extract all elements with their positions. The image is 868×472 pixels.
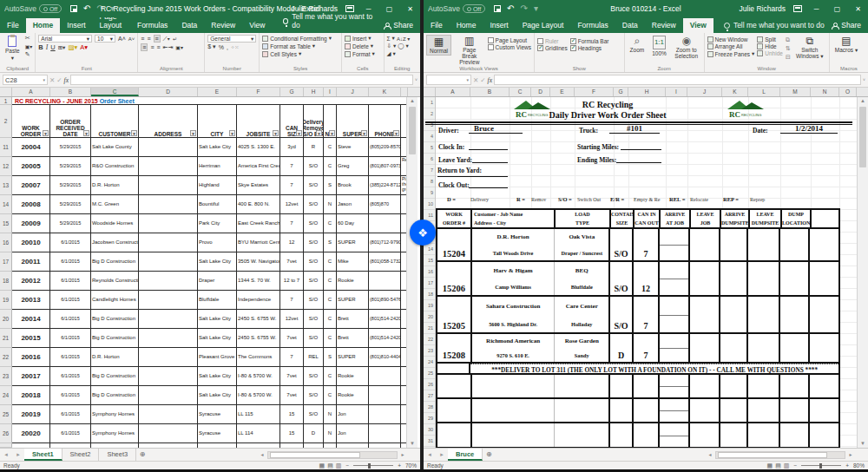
cut-icon[interactable]: ✂: [25, 35, 33, 42]
right-vertical-scrollbar[interactable]: ▲ ▼: [857, 97, 868, 448]
empty-entry-row[interactable]: [437, 399, 838, 423]
save-icon[interactable]: [70, 5, 77, 12]
normal-view-icon[interactable]: ▦: [319, 462, 326, 469]
filter-dropdown-icon[interactable]: ▾: [83, 130, 89, 136]
wo-arrive-dumpsite[interactable]: [748, 334, 780, 362]
ribbon-tab-review[interactable]: Review: [645, 18, 683, 33]
font-size-combo[interactable]: 10▾: [95, 35, 115, 43]
show-option-ruler[interactable]: Ruler: [537, 38, 568, 44]
row-header-15[interactable]: 15: [0, 214, 12, 233]
row-header-1[interactable]: 1: [0, 97, 12, 105]
right-column-headers[interactable]: ABCDEFGHIJKLMNO: [424, 88, 868, 97]
sheet-tab-sheet3[interactable]: Sheet3: [99, 449, 136, 461]
wo-leave-dumpsite[interactable]: [780, 262, 810, 295]
page-break-view-icon[interactable]: ▥: [336, 462, 342, 469]
wo-dump-location[interactable]: [810, 334, 838, 362]
filter-dropdown-icon[interactable]: ▾: [296, 130, 302, 136]
right-zoom-in-icon[interactable]: +: [845, 462, 849, 469]
align-bottom-icon[interactable]: ≡: [154, 35, 161, 43]
align-center-icon[interactable]: ≡: [150, 44, 154, 50]
right-close-button[interactable]: ✕: [852, 5, 865, 13]
clock-out-field[interactable]: [469, 179, 508, 188]
left-vertical-scrollbar[interactable]: ▲ ▼: [406, 97, 418, 448]
left-hscroll-thumb[interactable]: [270, 452, 360, 458]
row-header-21[interactable]: 21: [0, 329, 12, 348]
table-row[interactable]: 20200146/1/2015Big D ConstructionSalt La…: [0, 310, 408, 329]
zoom-100-button[interactable]: 1:1 100%: [649, 35, 669, 57]
column-header-B[interactable]: B: [50, 88, 91, 96]
column-header-G[interactable]: G: [280, 88, 304, 96]
name-box[interactable]: C28▾: [3, 75, 48, 85]
reset-window-position-icon[interactable]: ⊟: [786, 54, 791, 61]
column-header-D[interactable]: D: [139, 88, 198, 96]
column-filter-header[interactable]: CAN SIZ▾: [280, 105, 304, 138]
wo-arrive-dumpsite[interactable]: [748, 229, 780, 260]
merge-center-icon[interactable]: ▣▾: [175, 44, 183, 50]
page-layout-view-button[interactable]: Page Layout: [488, 37, 531, 43]
right-select-all-corner[interactable]: [424, 88, 436, 96]
ribbon-tab-home[interactable]: Home: [450, 18, 483, 33]
right-formula-input[interactable]: [494, 75, 861, 85]
column-header-L[interactable]: [401, 88, 408, 96]
wo-arrive-at-job[interactable]: [690, 229, 720, 260]
ribbon-tab-insert[interactable]: Insert: [483, 18, 515, 33]
conditional-formatting-button[interactable]: Conditional Formatting▾: [262, 35, 332, 42]
wo-entry-row-15204[interactable]: 15204D.R. HortonTall Woods DriveOak Vist…: [437, 229, 838, 262]
page-layout-view-icon[interactable]: ▤: [327, 462, 333, 469]
filter-dropdown-icon[interactable]: ▾: [190, 130, 196, 136]
column-filter-header[interactable]: WORK ORDER▾: [12, 105, 50, 138]
format-painter-icon[interactable]: ✎: [25, 51, 33, 58]
left-sheet-area[interactable]: 1RC RECYCLING - JUNE 2015 Order Sheet2WO…: [0, 97, 420, 448]
row-header-24[interactable]: 24: [0, 386, 12, 405]
insert-function-icon[interactable]: fx: [64, 76, 69, 84]
right-column-header-E[interactable]: E: [550, 88, 575, 96]
wo-leave-job[interactable]: [720, 297, 749, 332]
ribbon-tab-review[interactable]: Review: [204, 18, 242, 33]
row-header-13[interactable]: 13: [0, 176, 12, 195]
delete-cells-button[interactable]: Delete▾: [345, 43, 375, 49]
right-sheet-area[interactable]: 1234567891011121314151617181920212223242…: [424, 97, 868, 448]
column-filter-header[interactable]: PHONE▾: [369, 105, 401, 138]
percent-style-icon[interactable]: %: [219, 44, 224, 50]
redo-icon[interactable]: ↷: [96, 4, 103, 13]
comma-style-icon[interactable]: ,: [227, 44, 228, 50]
borders-icon[interactable]: ⊞▾: [58, 44, 66, 51]
table-row[interactable]: 12200055/29/2015R&O ConstructionHerriman…: [0, 157, 408, 176]
switch-windows-button[interactable]: ⧉ Switch Windows ▾: [793, 35, 826, 61]
ribbon-tab-formulas[interactable]: Formulas: [130, 18, 174, 33]
align-middle-icon[interactable]: ≡: [147, 36, 150, 42]
wo-leave-job[interactable]: [720, 334, 749, 362]
column-header-F[interactable]: F: [237, 88, 280, 96]
ribbon-tab-data[interactable]: Data: [615, 18, 645, 33]
wo-arrive-dumpsite[interactable]: [748, 262, 780, 295]
filter-dropdown-icon[interactable]: ▾: [393, 130, 399, 136]
right-column-header-D[interactable]: D: [531, 88, 550, 96]
zoom-to-selection-button[interactable]: ◉ Zoom to Selection: [672, 35, 701, 60]
left-user-name[interactable]: Julie Richards: [292, 4, 338, 13]
ribbon-display-options-icon[interactable]: [345, 5, 354, 12]
right-hscroll-left-icon[interactable]: ◂: [705, 449, 715, 461]
row-header-2[interactable]: 2: [0, 105, 12, 138]
right-scroll-down-icon[interactable]: ▼: [858, 440, 868, 448]
hide-button[interactable]: Hide: [757, 43, 783, 49]
filter-dropdown-icon[interactable]: ▾: [316, 130, 322, 136]
right-scroll-up-icon[interactable]: ▲: [858, 97, 868, 105]
row-header-16[interactable]: 16: [0, 233, 12, 252]
right-column-header-O[interactable]: O: [839, 88, 857, 96]
right-page-layout-view-icon[interactable]: ▤: [775, 462, 781, 469]
right-column-header-H[interactable]: H: [628, 88, 666, 96]
left-zoom-level[interactable]: 70%: [405, 462, 417, 469]
font-color-icon[interactable]: A▾: [80, 43, 88, 51]
quick-access-more-icon[interactable]: ▾: [110, 4, 115, 13]
table-row[interactable]: 24200186/1/2015Big D ConstructionSalt La…: [0, 386, 408, 405]
align-top-icon[interactable]: ≡: [141, 36, 144, 42]
right-column-header-F[interactable]: F: [575, 88, 614, 96]
column-filter-header[interactable]: N C▾: [324, 105, 337, 138]
scroll-up-icon[interactable]: ▲: [407, 97, 418, 105]
find-select-icon[interactable]: ◯ ▾: [398, 43, 408, 49]
synchronous-scrolling-icon[interactable]: ⇅: [786, 45, 791, 52]
right-share-button[interactable]: Share: [825, 21, 868, 33]
enter-icon[interactable]: ✓: [56, 76, 62, 84]
right-user-name[interactable]: Julie Richards: [740, 4, 786, 13]
wo-entry-row-15208[interactable]: 15208Richmond American9270 S. 610 E.Rose…: [437, 334, 838, 364]
